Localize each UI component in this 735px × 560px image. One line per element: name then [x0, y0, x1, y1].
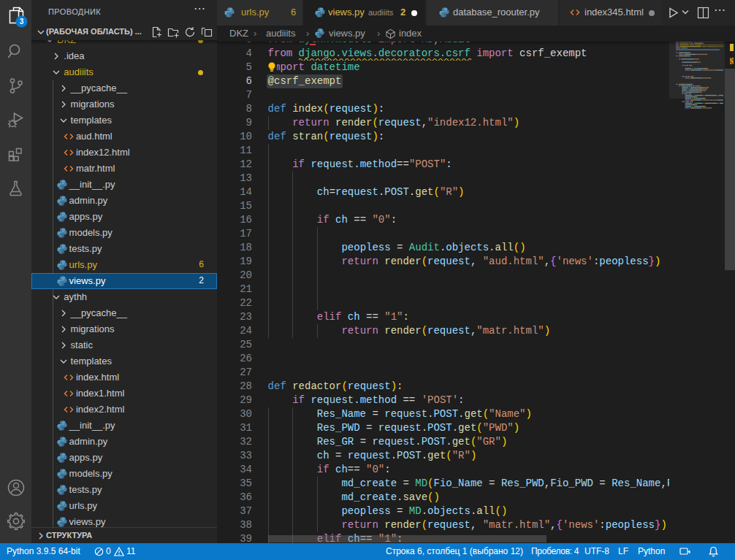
svg-text:3: 3 — [19, 18, 23, 26]
